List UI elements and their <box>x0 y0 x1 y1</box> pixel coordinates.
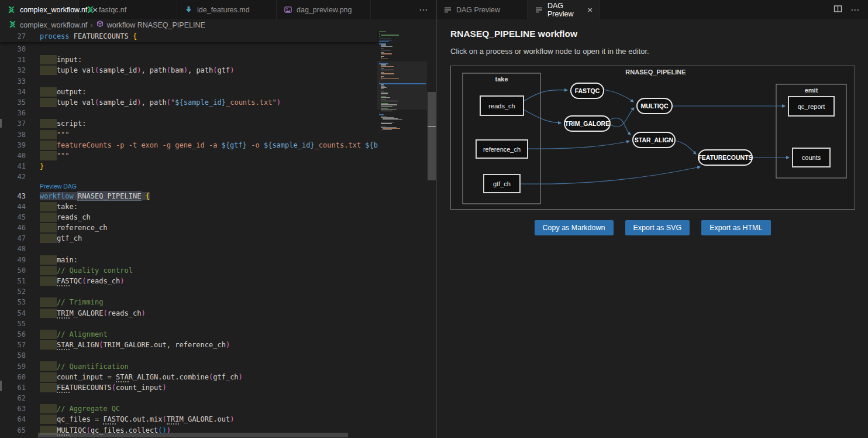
minimap-slider[interactable] <box>377 61 427 110</box>
copy-as-markdown-button[interactable]: Copy as Markdown <box>535 220 614 235</box>
code-line-49[interactable]: 49 main: <box>0 255 377 265</box>
dag-node-gtf_ch[interactable]: gtf_ch <box>484 174 520 193</box>
preview-tab-dag-preview[interactable]: DAG Preview <box>436 0 528 19</box>
line-number: 54 <box>0 309 40 317</box>
close-tab-icon[interactable]: × <box>586 5 594 14</box>
dag-edge-gtf_ch-to-FEATURECOUNTS <box>520 167 700 184</box>
line-number: 60 <box>0 373 40 381</box>
line-number: 52 <box>0 288 40 296</box>
code-line-60[interactable]: 60 count_input = STAR_ALIGN.out.combine(… <box>0 372 377 382</box>
tab-ide-features-md[interactable]: ide_features.md <box>177 0 277 19</box>
dag-node-TRIM_GALORE[interactable]: TRIM_GALORE <box>564 116 610 131</box>
more-editor-actions-icon[interactable]: ⋯ <box>419 5 428 15</box>
code-line-41[interactable]: 41} <box>0 161 377 172</box>
code-line-34[interactable]: 34 output: <box>0 87 377 97</box>
dag-edge-reads_ch-to-FASTQC <box>523 90 567 101</box>
line-number: 53 <box>0 298 40 306</box>
code-line-46[interactable]: 46 reference_ch <box>0 223 377 233</box>
line-number: 27 <box>0 32 40 40</box>
tab-complex-workflow-nf[interactable]: complex_workflow.nf× <box>0 0 79 19</box>
code-line-39[interactable]: 39 featureCounts -p -t exon -g gene_id -… <box>0 140 377 150</box>
code-line-59[interactable]: 59 // Quantification <box>0 361 377 371</box>
code-line-55[interactable]: 55 <box>0 319 377 329</box>
vertical-scrollbar-thumb[interactable] <box>428 92 436 180</box>
export-as-html-button[interactable]: Export as HTML <box>701 220 770 235</box>
tab-label: dag_preview.png <box>297 6 352 14</box>
line-number: 39 <box>0 141 40 149</box>
code-line-44[interactable]: 44 take: <box>0 201 377 212</box>
code-line-31[interactable]: 31 input: <box>0 54 377 65</box>
dag-node-FASTQC[interactable]: FASTQC <box>571 83 604 98</box>
code-editor[interactable]: 27process FEATURECOUNTS { 3031 input:32 … <box>0 30 436 438</box>
sticky-scroll-line[interactable]: 27process FEATURECOUNTS { <box>0 30 377 42</box>
line-number: 65 <box>0 426 40 434</box>
breadcrumb-file[interactable]: complex_workflow.nf <box>8 20 87 30</box>
code-line-32[interactable]: 32 tuple val(sample_id), path(bam), path… <box>0 65 377 76</box>
code-line-38[interactable]: 38 """ <box>0 129 377 140</box>
dag-node-STAR_ALIGN[interactable]: STAR_ALIGN <box>633 132 675 148</box>
codelens-preview-dag[interactable]: Preview DAG <box>40 183 77 190</box>
svg-text:qc_report: qc_report <box>798 103 825 110</box>
dag-diagram: RNASEQ_PIPELINEtakeemitreads_chreference… <box>450 66 855 210</box>
split-editor-icon[interactable] <box>833 5 842 15</box>
line-number: 50 <box>0 266 40 275</box>
overview-ruler-marker <box>428 126 436 127</box>
svg-text:MULTIQC: MULTIQC <box>640 102 668 110</box>
code-line-48[interactable]: 48 <box>0 244 377 254</box>
line-number: 46 <box>0 224 40 232</box>
dag-node-reference_ch[interactable]: reference_ch <box>476 140 528 158</box>
tab-dag-preview-png[interactable]: dag_preview.png <box>277 0 371 19</box>
line-number: 55 <box>0 320 40 328</box>
line-number: 63 <box>0 405 40 413</box>
dag-node-qc_report[interactable]: qc_report <box>788 97 834 116</box>
dag-node-MULTIQC[interactable]: MULTIQC <box>637 98 672 114</box>
code-line-54[interactable]: 54 TRIM_GALORE(reads_ch) <box>0 308 377 319</box>
code-line-57[interactable]: 57 STAR_ALIGN(TRIM_GALORE.out, reference… <box>0 340 377 350</box>
code-line-45[interactable]: 45 reads_ch <box>0 212 377 223</box>
code-line-56[interactable]: 56 // Alignment <box>0 329 377 340</box>
code-line-50[interactable]: 50 // Quality control <box>0 265 377 276</box>
breadcrumb-symbol[interactable]: workflow RNASEQ_PIPELINE <box>96 20 205 30</box>
code-line-53[interactable]: 53 // Trimming <box>0 297 377 307</box>
svg-text:emit: emit <box>805 87 818 94</box>
line-number: 35 <box>0 98 40 107</box>
preview-icon <box>535 5 543 14</box>
code-line-51[interactable]: 51 FASTQC(reads_ch) <box>0 276 377 286</box>
more-actions-icon[interactable]: ⋯ <box>850 5 860 15</box>
line-number: 34 <box>0 88 40 96</box>
code-line-42[interactable]: 42 <box>0 172 377 182</box>
export-as-svg-button[interactable]: Export as SVG <box>625 220 690 235</box>
code-line-43[interactable]: 43workflow RNASEQ_PIPELINE { <box>0 190 377 201</box>
line-number: 59 <box>0 362 40 371</box>
code-line-61[interactable]: 61 FEATURECOUNTS(count_input) <box>0 382 377 393</box>
line-number: 36 <box>0 109 40 117</box>
line-number: 43 <box>0 192 40 200</box>
tab-fastqc-nf[interactable]: fastqc.nf <box>79 0 177 19</box>
code-line-52[interactable]: 52 <box>0 286 377 297</box>
dag-edge-STAR_ALIGN-to-FEATURECOUNTS <box>675 141 696 154</box>
dag-node-FEATURECOUNTS[interactable]: FEATURECOUNTS <box>698 150 752 165</box>
nextflow-icon <box>7 5 16 14</box>
code-line-36[interactable]: 36 <box>0 108 377 118</box>
code-line-64[interactable]: 64 qc_files = FASTQC.out.mix(TRIM_GALORE… <box>0 414 377 425</box>
code-line-63[interactable]: 63 // Aggregate QC <box>0 403 377 414</box>
code-line-47[interactable]: 47 gtf_ch <box>0 233 377 244</box>
code-line-40[interactable]: 40 """ <box>0 150 377 161</box>
code-line-58[interactable]: 58 <box>0 350 377 361</box>
dag-edge-FASTQC-to-MULTIQC <box>604 90 633 102</box>
line-number: 58 <box>0 351 40 360</box>
line-number: 44 <box>0 203 40 211</box>
panel-subtitle: Click on a process or workflow node to o… <box>437 39 868 56</box>
dag-node-reads_ch[interactable]: reads_ch <box>480 96 523 115</box>
code-line-37[interactable]: 37 script: <box>0 118 377 129</box>
code-line-35[interactable]: 35 tuple val(sample_id), path("${sample_… <box>0 97 377 108</box>
line-number: 56 <box>0 330 40 338</box>
code-line-33[interactable]: 33 <box>0 76 377 87</box>
code-line-30[interactable]: 30 <box>0 44 377 54</box>
vertical-scrollbar[interactable] <box>427 30 436 438</box>
preview-tab-dag-preview[interactable]: DAG Preview× <box>528 0 600 19</box>
svg-text:reads_ch: reads_ch <box>488 102 515 110</box>
breadcrumb: complex_workflow.nf › workflow RNASEQ_PI… <box>0 19 436 30</box>
dag-node-counts[interactable]: counts <box>793 148 830 167</box>
code-line-62[interactable]: 62 <box>0 393 377 403</box>
